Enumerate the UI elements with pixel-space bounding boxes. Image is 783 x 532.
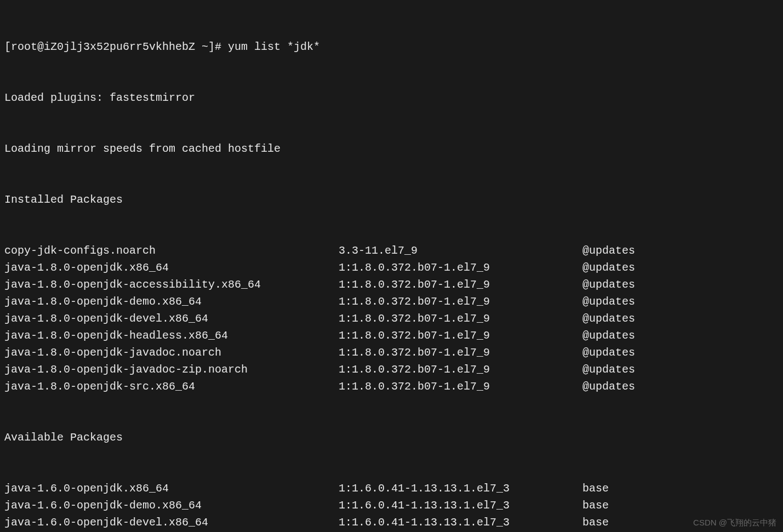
package-name: java-1.8.0-openjdk-src.x86_64 — [4, 378, 339, 395]
package-repo: @updates — [582, 259, 779, 276]
package-row: java-1.8.0-openjdk-javadoc.noarch1:1.8.0… — [4, 344, 779, 361]
available-packages-list: java-1.6.0-openjdk.x86_641:1.6.0.41-1.13… — [4, 480, 779, 532]
package-row: java-1.6.0-openjdk-devel.x86_641:1.6.0.4… — [4, 514, 779, 531]
package-repo: @updates — [582, 242, 779, 259]
plugins-message: Loaded plugins: fastestmirror — [4, 89, 779, 106]
package-repo: base — [582, 480, 779, 497]
package-row: java-1.6.0-openjdk.x86_641:1.6.0.41-1.13… — [4, 480, 779, 497]
mirror-message: Loading mirror speeds from cached hostfi… — [4, 140, 779, 157]
package-repo: @updates — [582, 310, 779, 327]
available-packages-header: Available Packages — [4, 429, 779, 446]
package-row: java-1.8.0-openjdk-src.x86_641:1.8.0.372… — [4, 378, 779, 395]
package-version: 1:1.8.0.372.b07-1.el7_9 — [339, 293, 582, 310]
package-name: java-1.8.0-openjdk-demo.x86_64 — [4, 293, 339, 310]
package-row: java-1.8.0-openjdk-accessibility.x86_641… — [4, 276, 779, 293]
package-name: java-1.8.0-openjdk-javadoc.noarch — [4, 344, 339, 361]
package-name: java-1.6.0-openjdk.x86_64 — [4, 480, 339, 497]
watermark-text: CSDN @飞翔的云中猪 — [693, 516, 776, 529]
package-version: 1:1.6.0.41-1.13.13.1.el7_3 — [339, 514, 582, 531]
package-row: java-1.8.0-openjdk-devel.x86_641:1.8.0.3… — [4, 310, 779, 327]
package-name: java-1.6.0-openjdk-devel.x86_64 — [4, 514, 339, 531]
terminal-output[interactable]: [root@iZ0jlj3x52pu6rr5vkhhebZ ~]# yum li… — [4, 4, 779, 532]
package-version: 1:1.6.0.41-1.13.13.1.el7_3 — [339, 497, 582, 514]
package-version: 1:1.8.0.372.b07-1.el7_9 — [339, 327, 582, 344]
package-name: java-1.8.0-openjdk-accessibility.x86_64 — [4, 276, 339, 293]
package-row: java-1.8.0-openjdk-javadoc-zip.noarch1:1… — [4, 361, 779, 378]
command-prompt-line: [root@iZ0jlj3x52pu6rr5vkhhebZ ~]# yum li… — [4, 38, 779, 55]
package-name: java-1.8.0-openjdk-headless.x86_64 — [4, 327, 339, 344]
package-row: java-1.8.0-openjdk.x86_641:1.8.0.372.b07… — [4, 259, 779, 276]
command-text: yum list *jdk* — [228, 38, 320, 55]
installed-packages-header: Installed Packages — [4, 191, 779, 208]
package-row: copy-jdk-configs.noarch3.3-11.el7_9@upda… — [4, 242, 779, 259]
package-name: java-1.8.0-openjdk-devel.x86_64 — [4, 310, 339, 327]
package-row: java-1.8.0-openjdk-demo.x86_641:1.8.0.37… — [4, 293, 779, 310]
package-name: java-1.8.0-openjdk.x86_64 — [4, 259, 339, 276]
package-version: 1:1.8.0.372.b07-1.el7_9 — [339, 378, 582, 395]
package-repo: @updates — [582, 361, 779, 378]
package-version: 1:1.8.0.372.b07-1.el7_9 — [339, 310, 582, 327]
package-repo: @updates — [582, 327, 779, 344]
package-repo: @updates — [582, 276, 779, 293]
package-repo: base — [582, 497, 779, 514]
package-row: java-1.8.0-openjdk-headless.x86_641:1.8.… — [4, 327, 779, 344]
package-version: 1:1.6.0.41-1.13.13.1.el7_3 — [339, 480, 582, 497]
package-row: java-1.6.0-openjdk-demo.x86_641:1.6.0.41… — [4, 497, 779, 514]
package-repo: @updates — [582, 344, 779, 361]
shell-prompt: [root@iZ0jlj3x52pu6rr5vkhhebZ ~]# — [4, 38, 228, 55]
package-name: copy-jdk-configs.noarch — [4, 242, 339, 259]
package-version: 3.3-11.el7_9 — [339, 242, 582, 259]
package-version: 1:1.8.0.372.b07-1.el7_9 — [339, 276, 582, 293]
package-repo: @updates — [582, 378, 779, 395]
package-version: 1:1.8.0.372.b07-1.el7_9 — [339, 361, 582, 378]
package-name: java-1.8.0-openjdk-javadoc-zip.noarch — [4, 361, 339, 378]
package-repo: @updates — [582, 293, 779, 310]
package-name: java-1.6.0-openjdk-demo.x86_64 — [4, 497, 339, 514]
installed-packages-list: copy-jdk-configs.noarch3.3-11.el7_9@upda… — [4, 242, 779, 395]
package-version: 1:1.8.0.372.b07-1.el7_9 — [339, 344, 582, 361]
package-version: 1:1.8.0.372.b07-1.el7_9 — [339, 259, 582, 276]
